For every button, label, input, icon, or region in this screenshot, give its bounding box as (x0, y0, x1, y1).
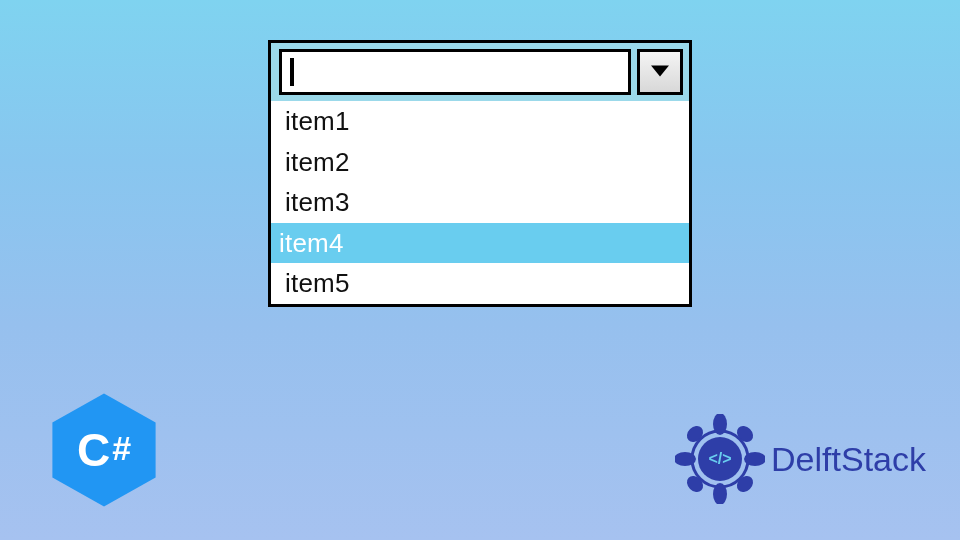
svg-point-5 (684, 423, 707, 446)
delftstack-text: DelftStack (771, 440, 926, 479)
text-cursor (290, 58, 294, 86)
list-item[interactable]: item4 (271, 223, 689, 264)
combobox-dropdown-button[interactable] (637, 49, 683, 95)
svg-marker-0 (651, 66, 669, 77)
svg-point-8 (734, 473, 757, 496)
list-item[interactable]: item5 (271, 263, 689, 304)
delftstack-logo: </> DelftStack (675, 414, 926, 504)
csharp-badge: C# (44, 390, 164, 510)
chevron-down-icon (651, 63, 669, 81)
svg-point-7 (684, 473, 707, 496)
svg-point-6 (734, 423, 757, 446)
delft-center-icon: </> (698, 437, 742, 481)
csharp-hexagon: C# (44, 390, 164, 510)
combobox-head (271, 43, 689, 101)
combobox: item1 item2 item3 item4 item5 (268, 40, 692, 307)
code-icon: </> (708, 450, 731, 468)
list-item[interactable]: item1 (271, 101, 689, 142)
combobox-input[interactable] (279, 49, 631, 95)
combobox-list: item1 item2 item3 item4 item5 (271, 101, 689, 304)
csharp-label: C# (77, 423, 131, 477)
list-item[interactable]: item2 (271, 142, 689, 183)
delftstack-emblem: </> (675, 414, 765, 504)
list-item[interactable]: item3 (271, 182, 689, 223)
